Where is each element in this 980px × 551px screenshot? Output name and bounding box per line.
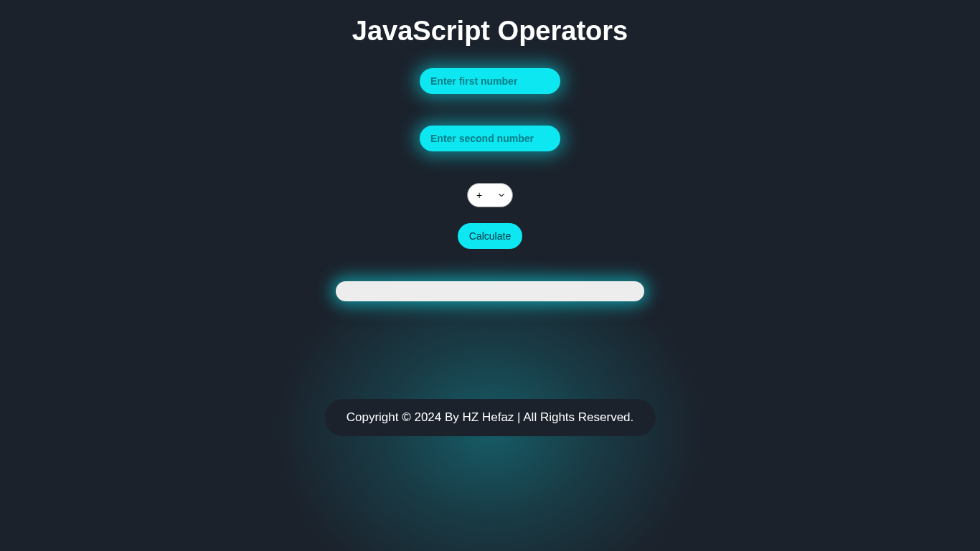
operator-select[interactable]: +: [467, 183, 513, 207]
calculate-button[interactable]: Calculate: [458, 223, 522, 249]
footer-copyright: Copyright © 2024 By HZ Hefaz | All Right…: [325, 399, 656, 436]
second-number-wrapper: [0, 126, 980, 183]
button-wrapper: Calculate: [0, 223, 980, 281]
operator-wrapper: +: [0, 183, 980, 223]
main-container: JavaScript Operators + Calculate: [0, 0, 980, 301]
first-number-wrapper: [0, 68, 980, 126]
second-number-input[interactable]: [420, 126, 560, 151]
page-title: JavaScript Operators: [0, 16, 980, 47]
first-number-input[interactable]: [420, 68, 560, 94]
result-display: [336, 281, 644, 301]
